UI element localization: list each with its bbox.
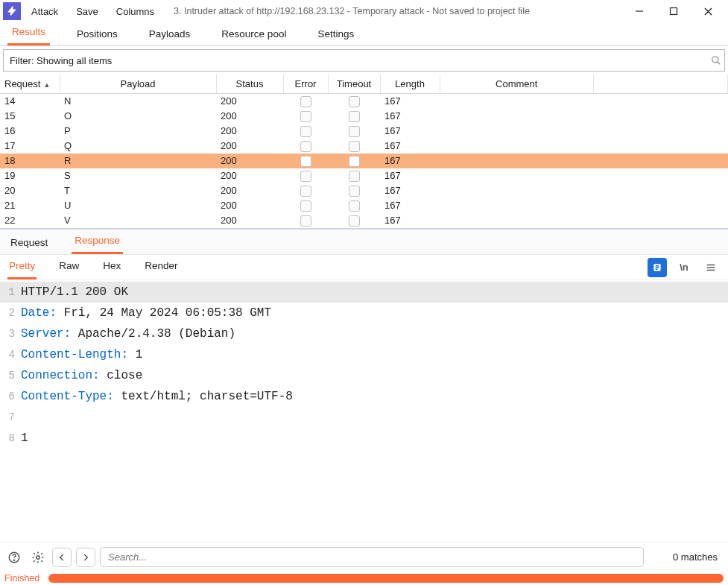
svg-point-12 [37,555,40,559]
rr-tabbar: Request Response [0,230,728,255]
main-tabbar: Results Positions Payloads Resource pool… [0,22,728,46]
editor-line: 7 [0,407,728,428]
menu-save[interactable]: Save [69,3,106,20]
timeout-checkbox[interactable] [349,156,360,167]
titlebar: Attack Save Columns 3. Intruder attack o… [0,0,728,22]
col-status[interactable]: Status [216,75,283,94]
inspector-icon[interactable] [648,258,667,277]
tab-positions[interactable]: Positions [72,24,122,45]
error-checkbox[interactable] [300,215,311,227]
newline-toggle[interactable]: \n [674,258,694,277]
timeout-checkbox[interactable] [349,186,360,197]
table-row[interactable]: 15O200167 [0,109,728,124]
progress-bar [48,574,724,583]
response-editor[interactable]: 1HTTP/1.1 200 OK2Date: Fri, 24 May 2024 … [0,280,728,542]
error-checkbox[interactable] [300,141,311,152]
sort-asc-icon: ▲ [43,81,50,89]
filter-bar[interactable]: Filter: Showing all items [3,49,725,72]
svg-point-4 [712,57,718,63]
results-table[interactable]: Request▲ Payload Status Error Timeout Le… [0,75,728,230]
timeout-checkbox[interactable] [349,200,360,212]
view-tab-render[interactable]: Render [143,255,179,279]
tab-results[interactable]: Results [7,22,50,45]
timeout-checkbox[interactable] [349,171,360,182]
view-tab-pretty[interactable]: Pretty [7,255,37,279]
error-checkbox[interactable] [300,96,311,107]
editor-line: 5Connection: close [0,365,728,386]
editor-line: 2Date: Fri, 24 May 2024 06:05:38 GMT [0,303,728,323]
error-checkbox[interactable] [300,111,311,122]
status-bar: Finished [0,572,728,585]
table-row[interactable]: 22V200167 [0,213,728,228]
maximize-button[interactable] [656,0,691,22]
editor-line: 6Content-Type: text/html; charset=UTF-8 [0,386,728,407]
timeout-checkbox[interactable] [349,96,360,107]
menu-attack[interactable]: Attack [24,3,66,20]
error-checkbox[interactable] [300,186,311,197]
status-label: Finished [4,573,39,584]
tab-response[interactable]: Response [72,230,123,254]
editor-line: 81 [0,428,728,449]
minimize-button[interactable] [622,0,656,22]
error-checkbox[interactable] [300,200,311,212]
next-match-button[interactable] [76,548,95,567]
col-comment[interactable]: Comment [440,75,594,94]
timeout-checkbox[interactable] [349,215,360,227]
table-row[interactable]: 20T200167 [0,183,728,198]
svg-point-11 [13,560,14,560]
svg-line-5 [718,62,721,65]
tab-resource-pool[interactable]: Resource pool [217,24,291,45]
tab-request[interactable]: Request [7,232,51,254]
close-button[interactable] [691,0,725,22]
table-row[interactable]: 18R200167 [0,154,728,168]
table-row[interactable]: 21U200167 [0,198,728,213]
tab-payloads[interactable]: Payloads [145,24,195,45]
match-count: 0 matches [673,551,718,563]
gear-icon[interactable] [28,548,48,567]
tab-settings[interactable]: Settings [313,24,358,45]
hamburger-icon[interactable] [701,258,721,277]
table-row[interactable]: 19S200167 [0,168,728,183]
error-checkbox[interactable] [300,156,311,167]
timeout-checkbox[interactable] [349,141,360,152]
error-checkbox[interactable] [300,126,311,137]
search-bar: 0 matches [0,542,728,572]
timeout-checkbox[interactable] [349,126,360,137]
timeout-checkbox[interactable] [349,111,360,122]
filter-text: Filter: Showing all items [4,55,708,66]
search-input[interactable] [100,547,644,567]
results-table-wrap: Request▲ Payload Status Error Timeout Le… [0,75,728,230]
col-timeout[interactable]: Timeout [328,75,380,94]
view-tab-raw[interactable]: Raw [57,255,80,279]
table-row[interactable]: 17Q200167 [0,139,728,154]
help-icon[interactable] [4,548,24,567]
app-icon [3,2,21,20]
svg-rect-1 [671,8,677,15]
editor-line: 4Content-Length: 1 [0,344,728,365]
view-row: Pretty Raw Hex Render \n [0,255,728,280]
window-title: 3. Intruder attack of http://192.168.23.… [174,6,530,16]
view-tab-hex[interactable]: Hex [101,255,122,279]
error-checkbox[interactable] [300,171,311,182]
menu-columns[interactable]: Columns [109,3,162,20]
col-spacer [594,75,728,94]
editor-line: 1HTTP/1.1 200 OK [0,282,728,303]
col-error[interactable]: Error [283,75,328,94]
col-length[interactable]: Length [380,75,440,94]
col-request[interactable]: Request▲ [0,75,60,94]
prev-match-button[interactable] [52,548,72,567]
editor-line: 3Server: Apache/2.4.38 (Debian) [0,323,728,344]
table-row[interactable]: 16P200167 [0,124,728,139]
table-row[interactable]: 14N200167 [0,94,728,109]
col-payload[interactable]: Payload [60,75,216,94]
search-icon [708,55,724,66]
